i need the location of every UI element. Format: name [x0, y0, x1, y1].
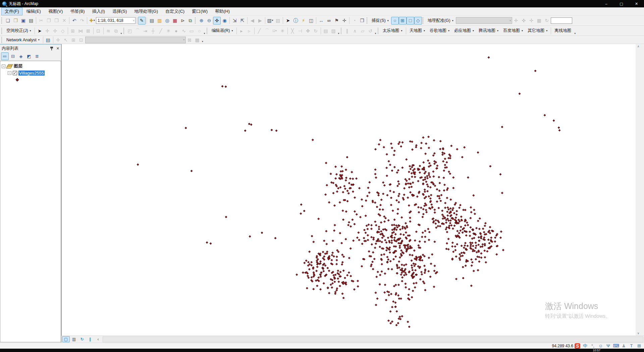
select-elements-icon[interactable]: ➤	[284, 17, 292, 25]
print-icon[interactable]: ▤	[27, 17, 35, 25]
redo-icon[interactable]: ↷	[78, 17, 86, 25]
python-window-icon[interactable]: ⊳	[179, 17, 186, 25]
add-data-icon[interactable]: ✚▾	[88, 17, 96, 25]
extend-tool-icon[interactable]: ⇥	[142, 27, 149, 35]
menu-地理处理(G)[interactable]: 地理处理(G)	[131, 7, 161, 15]
georeferencing-rotation-input[interactable]	[551, 17, 572, 24]
network-dataset-combo[interactable]: ˅	[85, 37, 186, 43]
georeferencing-layer-combo[interactable]: ˅	[456, 17, 512, 24]
list-by-visibility-icon[interactable]: ◈	[17, 52, 25, 60]
open-document-icon[interactable]: ❒	[12, 17, 19, 25]
endpoint-arc-tool-icon[interactable]: ⌒	[263, 27, 271, 35]
list-by-selection-icon[interactable]: ◩	[25, 52, 33, 60]
toolbar-grip[interactable]	[1, 17, 3, 24]
point-snapping-icon[interactable]: ○	[391, 17, 399, 25]
build-network-icon[interactable]: ⊞	[70, 37, 77, 43]
windows-taskbar[interactable]: 10:57	[0, 349, 644, 352]
cut-icon[interactable]: ✂	[37, 17, 45, 25]
layout-view-icon[interactable]: ▥	[70, 336, 78, 342]
clear-selected-features-icon[interactable]: ▨	[274, 17, 282, 25]
adjustment-select-tool-icon[interactable]: ➤	[36, 27, 44, 35]
move-tool-icon[interactable]: ✥	[304, 27, 312, 35]
toolbar-grip[interactable]	[207, 28, 208, 34]
model-builder-window-icon[interactable]: ⧉	[186, 17, 194, 25]
go-forward-extent-icon[interactable]: ▶	[256, 17, 264, 25]
constrain-polygon-tool-icon[interactable]: ▱	[359, 27, 367, 35]
layers-group-label[interactable]: 图层	[14, 63, 22, 69]
map-canvas[interactable]	[62, 44, 636, 336]
arctoolbox-window-icon[interactable]: ▦	[171, 17, 179, 25]
point-tool-icon[interactable]: ✳	[279, 27, 286, 35]
catalog-window-icon[interactable]: ▥	[156, 17, 163, 25]
create-network-location-tool-icon[interactable]: ✛	[54, 37, 62, 43]
toolbar-overflow-icon[interactable]: ▾	[374, 32, 377, 35]
rotate-image-icon[interactable]: ↻	[543, 17, 551, 25]
menu-帮助(H)[interactable]: 帮助(H)	[212, 7, 233, 15]
scroll-up-icon[interactable]: ∧	[637, 45, 640, 48]
delete-links-icon[interactable]: ⊠	[85, 27, 92, 35]
toolbar-grip[interactable]	[367, 17, 368, 24]
spatial-adjustment-menu[interactable]: 空间校正(J)▾	[4, 27, 34, 35]
editor-menu[interactable]: 编辑器(R)▾	[209, 27, 235, 35]
fixed-zoom-out-icon[interactable]: ⇱	[238, 17, 246, 25]
identify-icon[interactable]: ⓘ	[292, 17, 300, 25]
toc-close-icon[interactable]: ✕	[56, 46, 59, 51]
circle-tool-icon[interactable]: ○	[196, 27, 203, 35]
refresh-view-icon[interactable]: ↻	[78, 336, 86, 342]
vertex-snapping-icon[interactable]: □	[407, 17, 414, 25]
skin-center-icon[interactable]: T	[629, 343, 634, 349]
pin-icon[interactable]	[50, 46, 54, 51]
copy-icon[interactable]: ❐	[45, 17, 53, 25]
toolbar-grip[interactable]	[1, 28, 3, 34]
menu-书签(B)[interactable]: 书签(B)	[67, 7, 88, 15]
layer-visibility-checkbox[interactable]: ✓	[13, 71, 17, 75]
soft-keyboard-icon[interactable]: ⌨	[613, 343, 619, 349]
parallel-tool-icon[interactable]: ∥	[343, 27, 351, 35]
undo-icon[interactable]: ↶	[70, 17, 78, 25]
network-analyst-menu[interactable]: Network Analyst▾	[4, 37, 42, 43]
toolbar-grip[interactable]	[1, 37, 3, 43]
adjust-icon[interactable]: ≋	[105, 27, 112, 35]
collapse-layers-icon[interactable]: −	[2, 64, 5, 68]
end-snapping-icon[interactable]: ⊞	[399, 17, 407, 25]
sogou-logo-icon[interactable]: S	[575, 343, 580, 349]
network-analyst-window-icon[interactable]: ▤	[44, 37, 52, 43]
close-button[interactable]: ✕	[629, 0, 644, 7]
edit-tool-icon[interactable]: ▸	[238, 27, 246, 35]
menu-编辑(E)[interactable]: 编辑(E)	[23, 7, 44, 15]
modify-link-icon[interactable]: ✢	[51, 27, 59, 35]
select-move-network-locations-tool-icon[interactable]: ↖	[62, 37, 70, 43]
bing-maps-menu[interactable]: 必应地图▾	[452, 27, 476, 35]
list-by-source-icon[interactable]: ⊟	[9, 52, 17, 60]
edit-annotation-tool-icon[interactable]: ▹	[246, 27, 253, 35]
select-features-icon[interactable]: ▧▾	[266, 17, 274, 25]
line-intersection-tool-icon[interactable]: ╱	[157, 27, 165, 35]
add-control-points-icon[interactable]: ✛	[512, 17, 520, 25]
save-document-icon[interactable]: ▣	[19, 17, 27, 25]
attribute-transfer-tool-icon[interactable]: ⧉	[112, 27, 120, 35]
offline-maps-menu[interactable]: 离线地图	[552, 27, 574, 35]
scroll-left-icon[interactable]: ‹	[94, 336, 102, 342]
directions-window-icon[interactable]: ⊡	[77, 37, 85, 43]
measure-icon[interactable]: ↔	[317, 17, 325, 25]
trace-tool-icon[interactable]: ⌑▾	[271, 27, 279, 35]
toolbar-grip[interactable]	[423, 17, 424, 24]
toc-options-icon[interactable]: ≣	[33, 52, 41, 60]
fixed-zoom-in-icon[interactable]: ⇲	[231, 17, 238, 25]
minimize-button[interactable]: –	[599, 0, 614, 7]
baidu-maps-menu[interactable]: 百度地图▾	[501, 27, 525, 35]
multiple-links-icon[interactable]: ⋈	[77, 27, 85, 35]
rotate-tool-icon[interactable]: ↻	[312, 27, 320, 35]
maximize-button[interactable]: ▢	[614, 0, 629, 7]
toolbar-overflow-icon[interactable]: ▾	[337, 32, 340, 35]
snapping-menu[interactable]: 捕捉(S)▾	[369, 17, 391, 25]
toolbar-overflow-icon[interactable]: ▾	[120, 32, 123, 35]
horizontal-scrollbar[interactable]	[103, 337, 643, 342]
input-mode-chinese-icon[interactable]: 中	[582, 343, 588, 349]
layer-point-symbol[interactable]	[16, 78, 19, 81]
html-popup-icon[interactable]: ◫	[307, 17, 315, 25]
search-window-icon[interactable]: ◎	[163, 17, 171, 25]
other-maps-menu[interactable]: 其它地图▾	[525, 27, 550, 35]
new-displacement-link-icon[interactable]: ✛	[44, 27, 51, 35]
list-by-drawing-order-icon[interactable]: ≔	[1, 52, 9, 60]
